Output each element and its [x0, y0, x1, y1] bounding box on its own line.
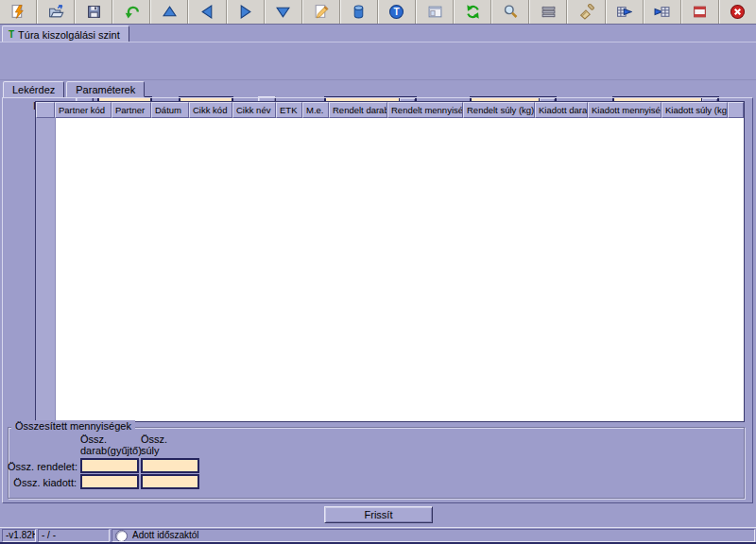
column-header-7[interactable]: M.e. — [302, 102, 329, 118]
edit-button[interactable] — [302, 0, 340, 24]
frissit-button[interactable]: Frissít — [324, 506, 433, 523]
column-header-8[interactable]: Rendelt darab — [329, 102, 387, 118]
grid-arrow-out-icon — [616, 4, 632, 20]
column-header-12[interactable]: Kiadott mennyiség — [588, 102, 662, 118]
open-folder-icon — [48, 4, 64, 20]
column-header-2[interactable]: Partner — [112, 102, 151, 118]
green-t-icon: T — [9, 30, 14, 40]
first-record-button[interactable] — [150, 0, 188, 24]
version-panel: -v1.82H — [2, 529, 36, 542]
open-button[interactable] — [37, 0, 75, 24]
prior-record-button[interactable] — [188, 0, 226, 24]
last-record-button[interactable] — [265, 0, 302, 24]
pencil-icon — [313, 4, 329, 20]
red-window-icon — [692, 4, 708, 20]
exit-button[interactable] — [719, 0, 756, 24]
next-record-button[interactable] — [227, 0, 265, 24]
inner-tab-strip: Lekérdez Paraméterek — [3, 81, 145, 98]
column-header-3[interactable]: Dátum — [151, 102, 189, 118]
grid-indicator-column — [36, 118, 56, 421]
cleanup-button[interactable] — [567, 0, 605, 24]
column-header-9[interactable]: Rendelt mennyiség — [387, 102, 463, 118]
svg-text:T: T — [394, 7, 401, 17]
sum-kiadott-darab-field[interactable] — [80, 474, 139, 489]
search-button[interactable] — [491, 0, 529, 24]
sum-rendelet-suly-field[interactable] — [141, 458, 199, 473]
tab-lekerdez[interactable]: Lekérdez — [3, 81, 64, 98]
arrow-left-icon — [199, 4, 215, 20]
rows-icon — [541, 4, 557, 20]
record-counter-panel: - / - — [38, 529, 110, 542]
column-header-10[interactable]: Rendelt súly (kg) — [463, 102, 535, 118]
column-header-4[interactable]: Cikk kód — [189, 102, 232, 118]
filter-panel: Időszak: < - tól - ig > Telephely K Kecs… — [0, 42, 756, 80]
application-window: T T Túra kiszolgálási szint Időszak: < -… — [0, 0, 756, 544]
floppy-disk-icon — [86, 4, 102, 20]
lightning-document-icon — [10, 4, 26, 20]
adott-idoszaktol-radio[interactable] — [115, 530, 128, 542]
window-icon — [427, 4, 443, 20]
red-close-icon — [730, 4, 746, 20]
dustpan-icon — [578, 4, 594, 20]
tab-parameterek[interactable]: Paraméterek — [66, 81, 145, 97]
sum-col2-header-2: súly — [141, 445, 160, 456]
status-bar: -v1.82H - / - Adott időszaktól — [0, 527, 756, 542]
sum-kiadott-suly-field[interactable] — [141, 474, 199, 489]
window-layout-button[interactable] — [681, 0, 719, 24]
database-button[interactable] — [340, 0, 378, 24]
column-header-1[interactable]: Partner kód — [55, 102, 112, 118]
sum-col1-header-2: darab(gyűjtő): — [80, 445, 145, 456]
arrow-into-grid-icon — [654, 4, 670, 20]
grid-header-filler — [728, 102, 744, 118]
green-undo-arrow-icon — [124, 4, 140, 20]
main-tab-label: Túra kiszolgálási szint — [18, 29, 120, 41]
grid-rows-button[interactable] — [529, 0, 567, 24]
magnifier-icon — [503, 4, 519, 20]
sum-rendelet-darab-field[interactable] — [80, 458, 139, 473]
period-mode-panel: Adott időszaktól — [112, 529, 755, 542]
data-grid[interactable]: Partner kódPartnerDátumCikk kódCikk névE… — [35, 101, 745, 422]
column-header-5[interactable]: Cikk név — [232, 102, 276, 118]
save-button[interactable] — [75, 0, 112, 24]
sum-rendelet-label: Össz. rendelet: — [8, 461, 77, 472]
import-grid-button[interactable] — [644, 0, 681, 24]
column-header-indicator[interactable] — [36, 102, 55, 118]
tura-info-button[interactable]: T — [378, 0, 416, 24]
export-grid-button[interactable] — [606, 0, 644, 24]
summary-groupbox-title: Összesített mennyiségek — [11, 420, 135, 432]
tab-tura-kiszolgalasi-szint[interactable]: T Túra kiszolgálási szint — [2, 26, 129, 42]
sum-col2-header-1: Össz. — [141, 434, 167, 445]
database-cylinder-icon — [351, 4, 367, 20]
refresh-data-button[interactable] — [454, 0, 491, 24]
column-header-11[interactable]: Kiadott darab — [535, 102, 588, 118]
column-header-13[interactable]: Kiadott súly (kg) — [662, 102, 728, 118]
adott-idoszaktol-label: Adott időszaktól — [132, 530, 199, 541]
form-view-button[interactable] — [416, 0, 454, 24]
sum-col1-header-1: Össz. — [80, 434, 107, 445]
column-header-6[interactable]: ETK — [276, 102, 302, 118]
execute-button[interactable] — [0, 0, 37, 24]
grid-header: Partner kódPartnerDátumCikk kódCikk névE… — [36, 102, 744, 118]
blue-sphere-t-icon: T — [388, 4, 404, 20]
arrow-down-icon — [275, 4, 291, 20]
undo-button[interactable] — [112, 0, 150, 24]
arrow-up-icon — [162, 4, 178, 20]
arrow-right-icon — [237, 4, 253, 20]
main-tab-strip: T Túra kiszolgálási szint — [0, 25, 756, 42]
refresh-arrows-icon — [465, 4, 481, 20]
toolbar: T — [0, 0, 756, 25]
sum-kiadott-label: Össz. kiadott: — [8, 477, 77, 488]
